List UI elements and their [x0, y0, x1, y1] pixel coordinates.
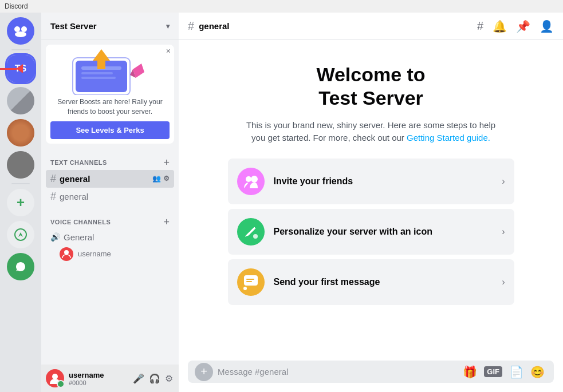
- channel-header-right: # 🔔 📌 👤: [477, 19, 554, 33]
- add-server-button[interactable]: +: [7, 189, 34, 216]
- server-icon-ts[interactable]: TS: [7, 55, 34, 82]
- plus-icon: +: [200, 365, 207, 378]
- personalize-card[interactable]: Personalize your server with an icon ›: [228, 209, 514, 255]
- server-list: TS +: [0, 13, 41, 392]
- getting-started-link[interactable]: Getting Started guide.: [407, 133, 490, 142]
- server-icon-3[interactable]: [7, 151, 34, 179]
- voice-channels-section: VOICE CHANNELS + 🔊 General username: [41, 208, 179, 266]
- gif-button[interactable]: GIF: [484, 366, 502, 377]
- user-panel: username #0000 🎤 🎧 ⚙: [41, 365, 179, 392]
- threads-icon[interactable]: #: [477, 19, 483, 33]
- hash-icon-2: #: [50, 191, 56, 203]
- invite-icon-bg: +: [237, 168, 265, 195]
- personalize-icon-bg: [237, 218, 265, 246]
- chevron-right-icon-invite: ›: [502, 176, 505, 187]
- message-input-area: + 🎁 GIF 📄 😊: [179, 361, 563, 392]
- gift-icon[interactable]: 🎁: [463, 365, 477, 379]
- svg-marker-4: [18, 232, 23, 237]
- voice-channel-general[interactable]: 🔊 General: [46, 229, 174, 245]
- server-header[interactable]: Test Server ▾: [41, 13, 179, 40]
- first-message-card[interactable]: Send your first message ›: [228, 259, 514, 305]
- title-bar: Discord: [0, 0, 563, 13]
- bell-icon[interactable]: 🔔: [493, 19, 507, 33]
- server-icon-2[interactable]: [7, 119, 34, 146]
- invite-icon[interactable]: 👥: [152, 175, 161, 183]
- text-channels-label: TEXT CHANNELS: [50, 159, 107, 166]
- hash-icon: #: [50, 173, 56, 185]
- members-icon[interactable]: 👤: [540, 19, 554, 33]
- message-actions: 🎁 GIF 📄 😊: [463, 365, 547, 379]
- channel-header: # general # 🔔 📌 👤: [179, 13, 563, 40]
- user-avatar: [46, 369, 64, 387]
- voice-channels-header: VOICE CHANNELS +: [46, 217, 174, 227]
- settings-user-icon[interactable]: ⚙: [164, 372, 174, 385]
- text-channels-section: TEXT CHANNELS + # general 👥 ⚙ # general: [41, 148, 179, 208]
- voice-user: username: [46, 245, 174, 263]
- invite-friends-card[interactable]: + Invite your friends ›: [228, 159, 514, 204]
- channel-header-hash-icon: #: [188, 19, 194, 33]
- svg-point-21: [243, 287, 247, 290]
- explore-button[interactable]: [7, 221, 34, 248]
- channel-general-active[interactable]: # general 👥 ⚙: [46, 170, 174, 188]
- invite-friends-label: Invite your friends: [274, 176, 493, 187]
- chevron-right-icon-message: ›: [502, 277, 505, 287]
- action-cards: + Invite your friends › Personalize your: [228, 159, 514, 305]
- svg-text:+: +: [253, 176, 256, 182]
- server-icon-green[interactable]: [7, 253, 34, 280]
- server-divider-2: [11, 183, 30, 184]
- settings-icon[interactable]: ⚙: [163, 175, 170, 183]
- headphones-icon[interactable]: 🎧: [148, 372, 162, 385]
- svg-point-14: [52, 374, 58, 379]
- boost-banner-text: Server Boosts are here! Rally your frien…: [50, 97, 170, 117]
- boost-illustration: [53, 49, 167, 95]
- boost-banner: ×: [46, 45, 174, 144]
- home-button[interactable]: [7, 17, 34, 45]
- boost-banner-image: [50, 49, 170, 95]
- server-name: Test Server: [50, 21, 97, 31]
- channel-name: general: [60, 174, 90, 184]
- chevron-right-icon-personalize: ›: [502, 227, 505, 237]
- svg-point-13: [64, 250, 69, 255]
- svg-point-15: [246, 176, 251, 182]
- svg-point-1: [21, 26, 27, 32]
- welcome-description: This is your brand new, shiny server. He…: [239, 119, 503, 145]
- chevron-down-icon: ▾: [166, 22, 170, 30]
- svg-rect-8: [81, 77, 116, 79]
- app-title: Discord: [5, 2, 28, 10]
- channel-sidebar: Test Server ▾ ×: [41, 13, 179, 392]
- user-info: username #0000: [69, 371, 127, 386]
- username: username: [69, 371, 127, 379]
- welcome-area: Welcome toTest Server This is your brand…: [179, 40, 563, 361]
- voice-user-avatar: [60, 247, 73, 261]
- add-text-channel-button[interactable]: +: [163, 157, 170, 168]
- channel-actions: 👥 ⚙: [152, 175, 170, 183]
- voice-channel-name: General: [64, 232, 94, 242]
- app-container: TS +: [0, 13, 563, 392]
- server-icon-1[interactable]: [7, 87, 34, 114]
- microphone-icon[interactable]: 🎤: [132, 372, 145, 385]
- channel-header-left: # general: [188, 19, 229, 33]
- first-message-label: Send your first message: [274, 277, 493, 287]
- main-content: # general # 🔔 📌 👤 Welcome toTest Server …: [179, 13, 563, 392]
- message-text-input[interactable]: [218, 361, 458, 383]
- svg-point-0: [14, 26, 20, 32]
- server-initials: TS: [15, 64, 26, 74]
- message-input-wrapper: + 🎁 GIF 📄 😊: [188, 361, 554, 383]
- emoji-icon[interactable]: 😊: [530, 365, 545, 379]
- add-server-icon: +: [17, 195, 25, 211]
- svg-rect-20: [244, 275, 258, 286]
- add-voice-channel-button[interactable]: +: [163, 217, 170, 227]
- svg-rect-22: [246, 279, 254, 280]
- add-attachment-button[interactable]: +: [195, 363, 213, 381]
- voice-channels-label: VOICE CHANNELS: [50, 219, 111, 225]
- voice-user-name: username: [78, 250, 111, 258]
- channel-general-2[interactable]: # general: [46, 188, 174, 205]
- nitro-sticker-icon[interactable]: 📄: [509, 365, 523, 379]
- svg-rect-23: [246, 281, 252, 282]
- pin-icon[interactable]: 📌: [516, 19, 530, 33]
- welcome-title: Welcome toTest Server: [316, 63, 425, 110]
- user-controls: 🎤 🎧 ⚙: [132, 372, 174, 385]
- text-channels-header: TEXT CHANNELS +: [46, 157, 174, 168]
- see-levels-button[interactable]: See Levels & Perks: [50, 121, 170, 139]
- personalize-label: Personalize your server with an icon: [274, 227, 493, 237]
